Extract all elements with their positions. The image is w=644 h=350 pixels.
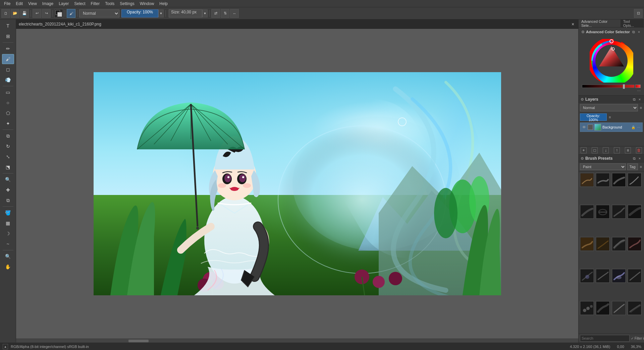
brush-item-2[interactable] (596, 173, 610, 187)
scale-tool[interactable]: ⤡ (2, 152, 14, 162)
brush-item-17[interactable] (580, 301, 594, 315)
brush-item-10[interactable] (596, 237, 610, 251)
layer-visibility-toggle[interactable]: 👁 (582, 125, 586, 130)
brush-item-8[interactable] (628, 205, 642, 219)
move-layer-up-btn[interactable]: ↑ (614, 147, 620, 153)
layers-float-btn[interactable]: ⧉ (632, 97, 637, 102)
menu-layer[interactable]: Layer (56, 1, 71, 7)
brush-item-14[interactable] (596, 269, 610, 283)
hue-gradient-bar[interactable] (582, 85, 635, 88)
duplicate-layer-btn[interactable]: □ (592, 147, 598, 153)
brush-item-3[interactable] (612, 173, 626, 187)
brush-item-20[interactable] (628, 301, 642, 315)
brush-type-select[interactable]: Paint (580, 163, 626, 170)
eraser-tool[interactable]: ◻ (2, 64, 14, 74)
menu-help[interactable]: Help (157, 1, 170, 7)
move-layer-down-btn[interactable]: ↓ (603, 147, 609, 153)
brush-presets-close-btn[interactable]: × (637, 156, 642, 161)
brush-item-7[interactable] (612, 205, 626, 219)
h-scrollbar-thumb[interactable] (128, 340, 149, 342)
menu-select[interactable]: Select (71, 1, 88, 7)
menu-file[interactable]: File (1, 1, 13, 7)
brush-view-btn[interactable]: ≡ (639, 165, 643, 169)
free-select-tool[interactable]: ⬠ (2, 108, 14, 118)
brush-presets-float-btn[interactable]: ⧉ (632, 156, 637, 161)
brush-item-13[interactable] (580, 269, 594, 283)
rotate-tool[interactable]: ↻ (2, 141, 14, 151)
color-wheel-container[interactable] (580, 36, 643, 84)
redo-button[interactable]: ↪ (42, 9, 51, 18)
maximize-button[interactable]: ⊡ (634, 9, 643, 18)
crop-tool[interactable]: ⧉ (2, 131, 14, 141)
menu-settings[interactable]: Settings (117, 1, 137, 7)
brush-item-19[interactable] (612, 301, 626, 315)
brush-item-9[interactable] (580, 237, 594, 251)
zoom-tool[interactable]: 🔍 (2, 251, 14, 261)
layers-close-btn[interactable]: × (637, 97, 642, 102)
save-button[interactable]: 💾 (20, 9, 29, 18)
rotate-button[interactable]: ↔ (230, 9, 239, 18)
color-selector-float-btn[interactable]: ⧉ (631, 30, 636, 34)
brush-item-4[interactable] (628, 173, 642, 187)
rect-select-tool[interactable]: ▭ (2, 87, 14, 97)
heal-tool[interactable]: ✚ (2, 185, 14, 195)
color-picker-tool[interactable]: 🔍 (2, 174, 14, 185)
layer-item-background[interactable]: 👁 Background 🔒 ⋯ (580, 122, 643, 132)
layer-lock-btn[interactable]: 🔒 (631, 125, 636, 130)
tab-advanced-color[interactable]: Advanced Color Sele... (579, 19, 621, 27)
flip-v-button[interactable]: ⇅ (221, 9, 229, 18)
ellipse-select-tool[interactable]: ○ (2, 98, 14, 108)
color-selector-close-btn[interactable]: × (637, 30, 641, 34)
airbrush-tool[interactable]: 💨 (2, 75, 14, 85)
gradient-tool[interactable]: ▦ (2, 218, 14, 228)
brush-item-15[interactable] (612, 269, 626, 283)
bucket-fill-tool[interactable]: 🪣 (2, 208, 14, 218)
opacity-down-btn[interactable]: ▼ (158, 9, 164, 17)
menu-edit[interactable]: Edit (13, 1, 25, 7)
tab-tool-options[interactable]: Tool Opts... (621, 19, 644, 27)
canvas-container[interactable]: Tyson Tan (16, 29, 578, 339)
brush-item-6[interactable] (596, 205, 610, 219)
flip-h-button[interactable]: ⇄ (211, 9, 220, 18)
pencil-tool[interactable]: ✏ (2, 44, 14, 54)
brush-item-18[interactable] (596, 301, 610, 315)
text-tool[interactable]: T (2, 21, 14, 31)
align-tool[interactable]: ⊞ (2, 31, 14, 41)
pan-tool[interactable]: ✋ (2, 262, 14, 272)
brush-tag-btn[interactable]: Tag (627, 163, 638, 170)
brush-item-16[interactable] (628, 269, 642, 283)
status-expand-btn[interactable]: ▲ (3, 344, 8, 349)
brush-tool-button[interactable]: 🖌 (67, 9, 75, 18)
brush-item-5[interactable] (580, 205, 594, 219)
menu-view[interactable]: View (25, 1, 40, 7)
menu-filter[interactable]: Filter (88, 1, 103, 7)
layers-mode-options-btn[interactable]: ≡ (639, 106, 643, 110)
brush-item-12[interactable] (628, 237, 642, 251)
smudge-tool[interactable]: ~ (2, 239, 14, 249)
color-preview-right[interactable] (635, 85, 641, 88)
layers-mode-select[interactable]: Normal (580, 104, 638, 111)
new-button[interactable]: 🗋 (1, 9, 10, 18)
fuzzy-select-tool[interactable]: ✦ (2, 118, 14, 129)
dodge-burn-tool[interactable]: ☽ (2, 229, 14, 239)
menu-tools[interactable]: Tools (102, 1, 117, 7)
menu-image[interactable]: Image (40, 1, 56, 7)
layer-menu-btn[interactable]: ≡ (625, 147, 631, 153)
size-down-btn[interactable]: ▼ (202, 9, 208, 17)
menu-window[interactable]: Window (137, 1, 157, 7)
clone-tool[interactable]: ⧉ (2, 195, 14, 205)
layer-more-btn[interactable]: ⋯ (636, 125, 641, 130)
blend-mode-select[interactable]: Normal (79, 9, 119, 17)
delete-layer-btn[interactable]: 🗑 (636, 147, 642, 153)
paintbrush-tool[interactable]: 🖌 (2, 54, 14, 64)
fg-color-button[interactable] (54, 9, 63, 18)
h-scrollbar[interactable] (16, 339, 578, 343)
brush-item-11[interactable] (612, 237, 626, 251)
hue-slider[interactable] (623, 84, 625, 89)
canvas-close-button[interactable]: × (570, 21, 576, 27)
add-layer-btn[interactable]: + (581, 147, 587, 153)
brush-search-input[interactable] (580, 335, 630, 342)
open-button[interactable]: 📂 (11, 9, 19, 18)
undo-button[interactable]: ↩ (33, 9, 41, 18)
shear-tool[interactable]: ⬔ (2, 162, 14, 172)
